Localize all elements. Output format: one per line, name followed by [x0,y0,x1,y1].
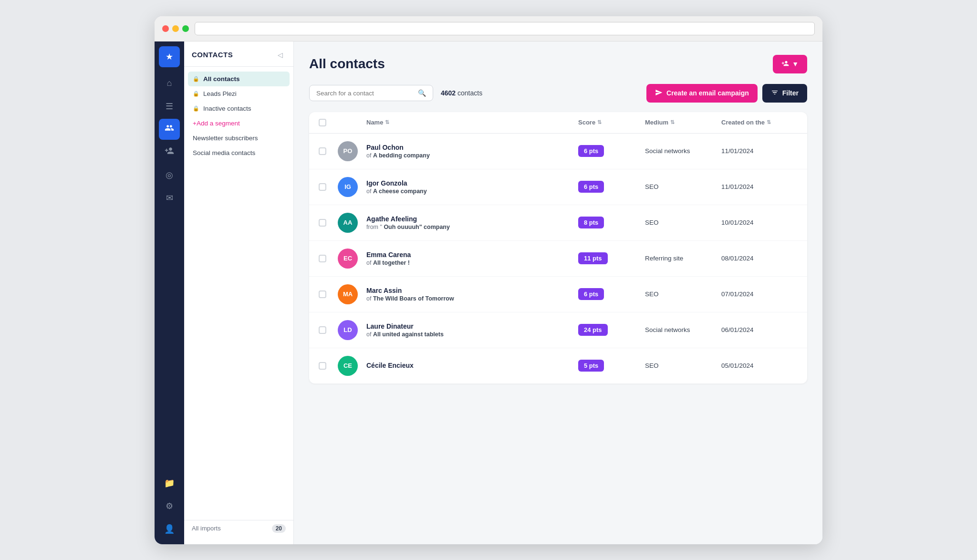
gear-icon: ⚙ [166,501,173,511]
header-created-label: Created on the [721,119,765,126]
lock-icon: 🔒 [193,105,199,112]
browser-dots [162,25,189,32]
sidebar-icon-settings[interactable]: ⚙ [159,496,180,517]
contact-info: Laure Dinateur of All united against tab… [366,322,578,338]
row-checkbox[interactable] [319,147,326,155]
send-icon [655,89,663,98]
contact-name: Marc Assin [366,287,578,294]
contact-name: Igor Gonzola [366,179,578,187]
contact-company-prefix: of [366,188,373,195]
nav-item-all-contacts[interactable]: 🔒 All contacts [188,72,290,86]
nav-item-newsletter-subscribers[interactable]: Newsletter subscribers [188,131,290,145]
home-icon: ⌂ [167,78,172,88]
dot-yellow[interactable] [172,25,179,32]
score-badge: 6 pts [578,145,604,157]
avatar: PO [338,141,358,161]
score-cell: 5 pts [578,360,645,372]
header-medium[interactable]: Medium ⇅ [645,119,721,126]
contact-company-prefix: of [366,259,373,266]
search-input[interactable] [316,90,414,97]
left-panel-title: CONTACTS [192,51,233,59]
contact-company-prefix: from " [366,224,384,230]
contacts-table: Name ⇅ Score ⇅ Medium ⇅ Created on the ⇅ [309,112,807,384]
collapse-button[interactable]: ◁ [274,49,286,61]
header-name-label: Name [366,119,383,126]
nav-item-add-segment[interactable]: +Add a segment [188,116,290,131]
row-checkbox[interactable] [319,183,326,191]
nav-item-leads-plezi[interactable]: 🔒 Leads Plezi [188,86,290,101]
score-cell: 6 pts [578,181,645,193]
sidebar-icon-add-user[interactable] [159,142,180,163]
row-checkbox[interactable] [319,326,326,334]
score-badge: 24 pts [578,324,608,336]
table-row[interactable]: LD Laure Dinateur of All united against … [309,312,807,348]
left-panel-header: CONTACTS ◁ [184,49,293,67]
left-panel: CONTACTS ◁ 🔒 All contacts 🔒 Leads Plezi … [184,41,294,544]
nav-items: 🔒 All contacts 🔒 Leads Plezi 🔒 Inactive … [184,67,293,520]
sidebar-icon-target[interactable]: ◎ [159,165,180,186]
sidebar-icon-contacts[interactable] [159,119,180,140]
sidebar-icon-list[interactable]: ☰ [159,96,180,117]
sidebar-icons: ★ ⌂ ☰ [155,41,184,544]
create-campaign-button[interactable]: Create an email campaign [646,84,758,103]
table-row[interactable]: AA Agathe Afeeling from " Ouh ouuuuh" co… [309,205,807,241]
sidebar-icon-star[interactable]: ★ [159,46,180,67]
contact-company-prefix: of [366,295,373,302]
table-row[interactable]: MA Marc Assin of The Wild Boars of Tomor… [309,277,807,312]
nav-item-social-media-contacts[interactable]: Social media contacts [188,145,290,160]
date-cell: 07/01/2024 [721,290,798,298]
select-all-checkbox[interactable] [319,119,326,126]
contact-info: Cécile Encieux [366,362,578,370]
contacts-count: 4602 contacts [441,89,482,97]
row-checkbox[interactable] [319,219,326,227]
row-checkbox[interactable] [319,362,326,370]
avatar: EC [338,249,358,269]
url-bar[interactable] [195,22,815,35]
search-box: 🔍 [309,85,433,101]
row-checkbox[interactable] [319,255,326,262]
contact-company: of A bedding company [366,152,578,159]
filter-button[interactable]: Filter [762,84,807,103]
nav-item-inactive-contacts[interactable]: 🔒 Inactive contacts [188,101,290,116]
target-icon: ◎ [166,170,173,180]
sidebar-icon-home[interactable]: ⌂ [159,73,180,94]
add-contact-button[interactable]: ▼ [773,55,807,73]
avatar-cell: IG [338,177,366,197]
row-checkbox[interactable] [319,290,326,298]
avatar: MA [338,284,358,304]
contact-name: Emma Carena [366,251,578,259]
browser-chrome [155,16,822,41]
score-cell: 6 pts [578,288,645,300]
all-imports-count: 20 [272,524,286,533]
toolbar-right: Create an email campaign Filter [646,84,807,103]
contact-company: of A cheese company [366,188,578,195]
toolbar: 🔍 4602 contacts Create an email campaign [309,84,807,103]
header-score[interactable]: Score ⇅ [578,119,645,126]
nav-item-leads-plezi-label: Leads Plezi [203,90,237,97]
dot-green[interactable] [182,25,189,32]
score-badge: 6 pts [578,288,604,300]
lock-icon: 🔒 [193,91,199,97]
medium-cell: SEO [645,290,721,298]
contact-company-prefix: of [366,331,373,338]
sidebar-icon-profile[interactable]: 👤 [159,519,180,539]
header-name[interactable]: Name ⇅ [366,119,578,126]
header-created[interactable]: Created on the ⇅ [721,119,798,126]
medium-cell: SEO [645,183,721,190]
contacts-count-number: 4602 [441,89,456,97]
score-sort-icon: ⇅ [597,119,602,125]
table-row[interactable]: PO Paul Ochon of A bedding company 6 pts… [309,134,807,169]
table-row[interactable]: CE Cécile Encieux 5 pts SEO 05/01/2024 [309,348,807,384]
sidebar-icon-mail[interactable]: ✉ [159,187,180,208]
add-contact-icon [781,60,789,69]
all-imports: All imports 20 [184,520,293,537]
dot-red[interactable] [162,25,169,32]
star-icon: ★ [166,52,173,62]
table-row[interactable]: IG Igor Gonzola of A cheese company 6 pt… [309,169,807,205]
contact-company-name: A bedding company [373,152,430,159]
table-row[interactable]: EC Emma Carena of All together ! 11 pts … [309,241,807,277]
header-score-label: Score [578,119,595,126]
contact-info: Paul Ochon of A bedding company [366,144,578,159]
medium-cell: Social networks [645,326,721,333]
sidebar-icon-folder[interactable]: 📁 [159,473,180,494]
